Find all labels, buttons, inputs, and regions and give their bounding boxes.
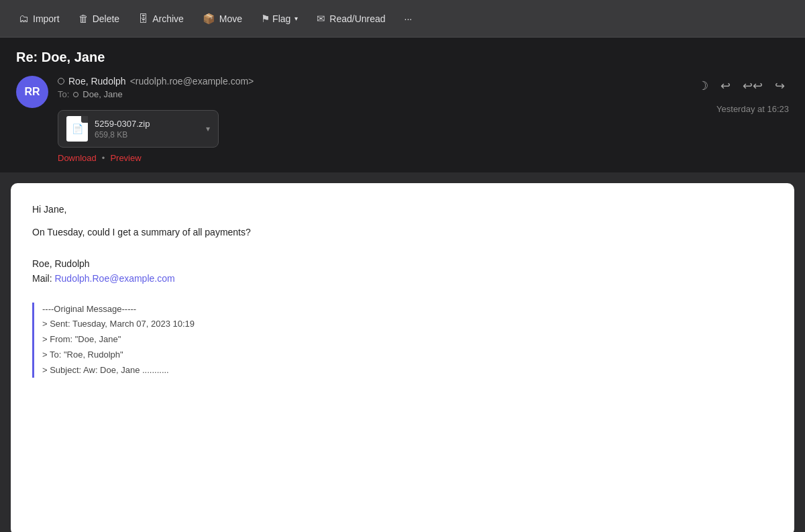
attachment-file-icon: 📄 (66, 116, 88, 142)
header-icons: ☽ ↩ ↩↩ ↪ (694, 76, 789, 96)
signature-mail: Mail: Rudolph.Roe@example.com (32, 271, 773, 286)
attachment-box[interactable]: 📄 5259-0307.zip 659,8 KB ▾ (58, 110, 219, 148)
body-line1: On Tuesday, could I get a summary of all… (32, 225, 773, 240)
to-dot-indicator (73, 92, 78, 97)
attachment-size: 659,8 KB (95, 130, 199, 140)
delete-button[interactable]: 🗑 Delete (70, 9, 127, 28)
email-body: Hi Jane, On Tuesday, could I get a summa… (11, 183, 794, 532)
greeting: Hi Jane, (32, 202, 773, 217)
reply-all-button[interactable]: ↩↩ (739, 76, 767, 96)
email-meta-row: RR Roe, Rudolph <rudolph.roe@example.com… (16, 76, 789, 163)
signature-name: Roe, Rudolph (32, 256, 773, 271)
email-subject: Re: Doe, Jane (16, 50, 789, 65)
more-button[interactable]: ··· (396, 9, 421, 28)
quoted-line4: > To: "Roe, Rudolph" (42, 348, 773, 362)
signature-email-link[interactable]: Rudolph.Roe@example.com (54, 273, 174, 284)
delete-icon: 🗑 (78, 13, 89, 24)
flag-button[interactable]: ⚑ Flag ▾ (253, 9, 306, 29)
unread-indicator (58, 78, 64, 85)
attachment-details: 5259-0307.zip 659,8 KB (95, 119, 199, 140)
move-icon: 📦 (203, 13, 215, 25)
download-link[interactable]: Download (58, 153, 97, 163)
signature-mail-label: Mail: (32, 273, 52, 284)
sender-name-line: Roe, Rudolph <rudolph.roe@example.com> (58, 76, 254, 87)
attachment-expand-icon[interactable]: ▾ (206, 124, 210, 134)
attachment-separator: • (102, 153, 105, 163)
sender-name: Roe, Rudolph (68, 76, 126, 87)
reply-button[interactable]: ↩ (716, 76, 735, 96)
signature: Roe, Rudolph Mail: Rudolph.Roe@example.c… (32, 256, 773, 286)
import-icon: 🗂 (19, 13, 29, 24)
quoted-message: ----Original Message----- > Sent: Tuesda… (32, 303, 773, 378)
to-name: Doe, Jane (83, 89, 122, 99)
sender-info: Roe, Rudolph <rudolph.roe@example.com> T… (58, 76, 254, 163)
timestamp: Yesterday at 16:23 (716, 104, 789, 114)
envelope-icon: ✉ (317, 13, 325, 25)
import-button[interactable]: 🗂 Import (11, 9, 68, 28)
to-label: To: (58, 89, 69, 99)
email-header: Re: Doe, Jane RR Roe, Rudolph <rudolph.r… (0, 38, 805, 172)
forward-button[interactable]: ↪ (771, 76, 789, 96)
attachment-container: 📄 5259-0307.zip 659,8 KB ▾ Download • Pr… (58, 110, 254, 163)
quoted-line2: > Sent: Tuesday, March 07, 2023 10:19 (42, 317, 773, 331)
attachment-name: 5259-0307.zip (95, 119, 199, 129)
sender-email: <rudolph.roe@example.com> (130, 76, 254, 87)
attachment-actions: Download • Preview (58, 153, 254, 163)
quoted-line3: > From: "Doe, Jane" (42, 333, 773, 347)
chevron-down-icon: ▾ (294, 15, 298, 22)
header-right: ☽ ↩ ↩↩ ↪ Yesterday at 16:23 (694, 76, 789, 114)
sender-area: RR Roe, Rudolph <rudolph.roe@example.com… (16, 76, 254, 163)
preview-link[interactable]: Preview (110, 153, 141, 163)
toolbar: 🗂 Import 🗑 Delete 🗄 Archive 📦 Move ⚑ Fla… (0, 0, 805, 38)
moon-button[interactable]: ☽ (694, 76, 712, 96)
archive-button[interactable]: 🗄 Archive (130, 9, 192, 28)
avatar: RR (16, 76, 48, 108)
flag-icon: ⚑ (261, 13, 270, 25)
quoted-line5: > Subject: Aw: Doe, Jane ........... (42, 364, 773, 378)
to-line: To: Doe, Jane (58, 89, 254, 99)
move-button[interactable]: 📦 Move (195, 9, 250, 29)
readunread-button[interactable]: ✉ Read/Unread (309, 9, 393, 29)
quoted-line1: ----Original Message----- (42, 303, 773, 317)
archive-icon: 🗄 (138, 13, 148, 24)
